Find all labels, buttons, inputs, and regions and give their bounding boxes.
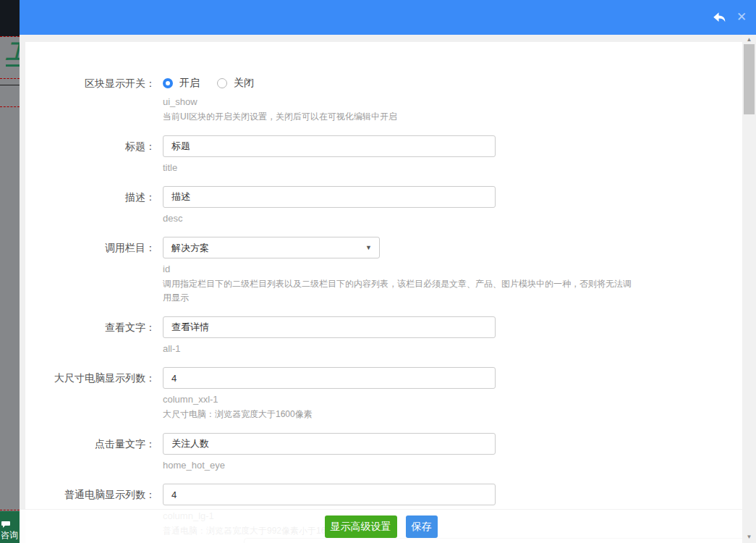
show-advanced-settings-button[interactable]: 显示高级设置 (325, 515, 397, 538)
form-rows: 区块显示开关：开启关闭ui_show当前UI区块的开启关闭设置，关闭后可以在可视… (25, 42, 742, 538)
field-label: 调用栏目： (25, 237, 163, 305)
editor-outline (0, 36, 20, 37)
dialog-footer: 显示高级设置 保存 (20, 509, 742, 543)
field-row-all-1: 查看文字：all-1 (25, 316, 742, 355)
editor-outline (0, 78, 20, 79)
title-input[interactable] (163, 135, 496, 157)
field-code: all-1 (163, 342, 742, 355)
field-desc: 调用指定栏目下的二级栏目列表以及二级栏目下的内容列表，该栏目必须是文章、产品、图… (163, 277, 633, 305)
background-page-heading: 工 (6, 41, 20, 67)
divider (0, 85, 20, 85)
editor-outline (0, 510, 20, 510)
scrollbar-thumb[interactable] (744, 44, 755, 114)
field-code: desc (163, 212, 742, 225)
field-row-column_xxl-1: 大尺寸电脑显示列数：column_xxl-1大尺寸电脑：浏览器宽度大于1600像… (25, 367, 742, 421)
field-label: 标题： (25, 135, 163, 174)
field-label: 查看文字： (25, 316, 163, 355)
radio-icon[interactable] (163, 78, 173, 88)
field-label: 区块显示开关： (25, 72, 163, 124)
consult-widget[interactable]: 咨询 (0, 511, 20, 543)
home_hot_eye-input[interactable] (163, 433, 496, 455)
select-value: 解决方案 (171, 242, 209, 255)
field-code: home_hot_eye (163, 459, 742, 472)
field-label: 描述： (25, 186, 163, 225)
field-row-title: 标题：title (25, 135, 742, 174)
background-page-header (0, 0, 20, 36)
field-desc: 大尺寸电脑：浏览器宽度大于1600像素 (163, 408, 633, 421)
desc-input[interactable] (163, 186, 496, 208)
field-code: title (163, 161, 742, 174)
undo-button[interactable] (711, 10, 727, 25)
radio-label: 开启 (179, 77, 200, 90)
background-page-strip: 工 咨询 (0, 0, 20, 543)
field-row-desc: 描述：desc (25, 186, 742, 225)
field-label: 点击量文字： (25, 433, 163, 472)
column_xxl-1-input[interactable] (163, 367, 496, 389)
editor-outline (0, 106, 20, 107)
settings-dialog: 区块显示开关：开启关闭ui_show当前UI区块的开启关闭设置，关闭后可以在可视… (25, 42, 742, 543)
radio-label: 关闭 (234, 77, 254, 90)
field-row-id: 调用栏目：解决方案▼id调用指定栏目下的二级栏目列表以及二级栏目下的内容列表，该… (25, 237, 742, 305)
field-row-home_hot_eye: 点击量文字：home_hot_eye (25, 433, 742, 472)
all-1-input[interactable] (163, 316, 496, 338)
scroll-up-icon[interactable]: ▲ (742, 35, 756, 44)
field-desc: 当前UI区块的开启关闭设置，关闭后可以在可视化编辑中开启 (163, 110, 633, 124)
column_lg-1-input[interactable] (163, 484, 496, 505)
save-button[interactable]: 保存 (406, 515, 438, 538)
field-code: id (163, 263, 742, 276)
radio-icon[interactable] (217, 78, 227, 88)
field-code: ui_show (163, 96, 742, 109)
chevron-down-icon: ▼ (365, 244, 372, 251)
field-code: column_xxl-1 (163, 393, 742, 406)
field-label: 大尺寸电脑显示列数： (25, 367, 163, 421)
close-icon[interactable]: ✕ (734, 9, 749, 25)
field-row-ui_show: 区块显示开关：开启关闭ui_show当前UI区块的开启关闭设置，关闭后可以在可视… (25, 72, 742, 124)
undo-arrow-icon (711, 14, 727, 27)
scrollbar[interactable]: ▲ ▼ (742, 35, 756, 543)
scroll-down-icon[interactable]: ▼ (742, 533, 756, 542)
dialog-header: ✕ (20, 0, 756, 35)
id-select[interactable]: 解决方案▼ (163, 237, 380, 258)
radio-option-1[interactable]: 关闭 (217, 77, 254, 90)
radio-option-0[interactable]: 开启 (163, 77, 200, 90)
consult-label: 咨询 (1, 529, 18, 542)
